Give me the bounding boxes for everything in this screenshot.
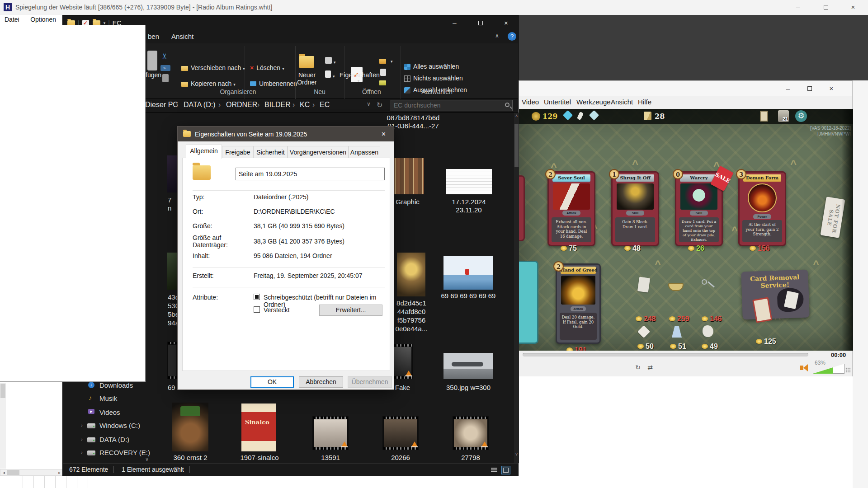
- file-label-partial[interactable]: 5be6: [168, 310, 178, 318]
- file-label-partial[interactable]: 43de: [168, 293, 178, 301]
- potion-round-icon[interactable]: [703, 325, 713, 337]
- sidebar-item-videos[interactable]: ▶Videos: [81, 406, 189, 418]
- shuffle-button[interactable]: ⇄: [645, 362, 656, 372]
- new-folder-button[interactable]: NeuerOrdner: [292, 71, 321, 86]
- vlc-menu-hilfe[interactable]: Hilfe: [638, 98, 651, 106]
- search-input[interactable]: [391, 100, 500, 110]
- breadcrumb-data-d[interactable]: DATA (D:): [184, 101, 216, 109]
- file-thumbnail-portrait[interactable]: [397, 253, 425, 296]
- httrack-maximize-button[interactable]: [819, 2, 833, 13]
- shop-card-sever-soul[interactable]: 2 Sever Soul Attack Exhaust all non-Atta…: [547, 171, 595, 246]
- refresh-icon[interactable]: ↻: [377, 101, 382, 109]
- file-thumbnail-video[interactable]: [382, 416, 419, 450]
- vlc-menu-untertitel[interactable]: Untertitel: [544, 98, 571, 106]
- file-label[interactable]: 0e0e44a...: [392, 325, 431, 333]
- httrack-hscroll-thumb[interactable]: [7, 470, 19, 475]
- httrack-minimize-button[interactable]: –: [791, 2, 805, 13]
- vlc-menu-werkzeuge[interactable]: Werkzeuge: [576, 98, 611, 106]
- rename-button[interactable]: Umbenennen: [250, 80, 297, 87]
- file-thumbnail-video[interactable]: [312, 416, 349, 450]
- new-folder-icon[interactable]: [299, 56, 314, 68]
- breadcrumb-bilder[interactable]: BILDER: [264, 101, 291, 109]
- properties-button[interactable]: Eigenschaften▾: [340, 71, 376, 83]
- file-label[interactable]: f5b79756: [392, 316, 431, 324]
- scroll-down-icon[interactable]: ∨: [514, 452, 519, 456]
- potion-slot-2-icon[interactable]: [577, 112, 584, 120]
- vlc-menu-video[interactable]: Video: [522, 98, 539, 106]
- file-label-partial[interactable]: n: [168, 204, 178, 212]
- file-label[interactable]: 23.11.20: [443, 206, 495, 214]
- edit-icon[interactable]: [380, 69, 386, 76]
- move-to-button[interactable]: Verschieben nach▾: [181, 64, 245, 71]
- file-label[interactable]: 44afd8e0: [392, 308, 431, 315]
- file-label[interactable]: 27798: [453, 454, 489, 461]
- file-label[interactable]: 087bd878147b6d: [379, 114, 447, 122]
- copy-path-icon[interactable]: \\..: [160, 65, 170, 71]
- scroll-right-icon[interactable]: ▸: [56, 469, 63, 476]
- shop-card-shrug-it-off[interactable]: 1 Shrug It Off Skill Gain 8 Block. Draw …: [611, 171, 659, 246]
- scrollbar-thumb[interactable]: [514, 124, 519, 167]
- vlc-maximize-button[interactable]: [799, 81, 820, 96]
- delete-button[interactable]: ×Löschen▾: [250, 64, 284, 71]
- file-thumbnail-poster[interactable]: Sinalco: [241, 404, 276, 451]
- file-label-partial[interactable]: 7: [168, 196, 178, 204]
- cut-icon[interactable]: ✂: [160, 53, 170, 59]
- file-thumbnail-partial[interactable]: [167, 155, 178, 192]
- file-label[interactable]: 17.12.2024: [443, 198, 495, 206]
- file-label[interactable]: 350.jpg w=300: [439, 384, 498, 391]
- vlc-close-button[interactable]: ×: [821, 81, 842, 96]
- file-thumbnail-partial[interactable]: [167, 253, 178, 290]
- new-item-icon[interactable]: ▾: [325, 57, 336, 65]
- map-icon[interactable]: [644, 112, 651, 120]
- address-dropdown-icon[interactable]: ∨: [367, 101, 371, 107]
- open-icon[interactable]: ▾: [379, 57, 393, 64]
- file-label[interactable]: 8d2d45c1: [392, 299, 431, 307]
- file-thumbnail-video[interactable]: [453, 416, 489, 450]
- thumbnail-view-button[interactable]: [501, 466, 510, 474]
- shop-card-demon-form[interactable]: 3 Demon Form Power At the start of your …: [738, 171, 786, 246]
- file-label-partial[interactable]: 94ad: [168, 319, 178, 327]
- file-label[interactable]: 13591: [312, 454, 349, 461]
- file-label-partial[interactable]: 5306: [168, 302, 178, 310]
- tab-freigabe[interactable]: Freigabe: [222, 146, 254, 158]
- httrack-menu-datei[interactable]: Datei: [0, 14, 24, 24]
- dialog-close-button[interactable]: ×: [373, 127, 394, 141]
- cancel-button[interactable]: Abbrechen: [299, 376, 343, 388]
- sidebar-item-windows-c[interactable]: ›Windows (C:): [81, 419, 189, 431]
- file-thumbnail-airplane[interactable]: [443, 353, 493, 379]
- tab-allgemein[interactable]: Allgemein: [186, 145, 222, 159]
- hidden-checkbox[interactable]: [254, 306, 260, 313]
- ok-button[interactable]: OK: [250, 376, 294, 388]
- vlc-menu-ansicht[interactable]: Ansicht: [611, 98, 633, 106]
- sidebar-item-data-d[interactable]: ›DATA (D:): [81, 433, 189, 445]
- loop-button[interactable]: ↻: [632, 362, 643, 372]
- scroll-left-icon[interactable]: ◂: [0, 469, 7, 476]
- paste-label-partial[interactable]: fügen: [146, 71, 161, 79]
- explorer-maximize-button[interactable]: [467, 15, 493, 31]
- vlc-minimize-button[interactable]: –: [778, 81, 798, 96]
- explorer-minimize-button[interactable]: –: [442, 15, 467, 31]
- help-icon[interactable]: ?: [508, 32, 516, 41]
- settings-gear-icon[interactable]: ⚙: [795, 110, 807, 122]
- file-thumbnail-ski[interactable]: [443, 256, 493, 290]
- tab-anpassen[interactable]: Anpassen: [349, 146, 380, 158]
- advanced-button[interactable]: Erweitert...: [319, 305, 382, 316]
- file-thumbnail-graphic[interactable]: [391, 158, 424, 194]
- shop-card-warcry[interactable]: 0 Warcry Skill Draw 1 card. Put a card f…: [675, 171, 723, 246]
- card-removal-sign[interactable]: Card Removal Service!: [741, 269, 810, 319]
- file-thumbnail-spreadsheet[interactable]: [446, 169, 492, 194]
- scroll-up-icon[interactable]: ∧: [514, 113, 519, 118]
- explorer-close-button[interactable]: ×: [493, 15, 519, 31]
- copy-icon[interactable]: [162, 74, 169, 82]
- expand-chevron-icon[interactable]: ∨: [145, 456, 149, 462]
- file-thumbnail-partial[interactable]: [167, 342, 178, 379]
- details-view-button[interactable]: [490, 466, 499, 474]
- sidebar-item-recovery-e[interactable]: ›RECOVERY (E:) ∨: [81, 446, 189, 458]
- file-label[interactable]: 20266: [382, 454, 419, 461]
- relic-membership-card-icon[interactable]: [637, 277, 650, 292]
- breadcrumb-ordner[interactable]: ORDNER: [226, 101, 257, 109]
- folder-name-field[interactable]: [236, 168, 385, 180]
- tab-vorgaengerversionen[interactable]: Vorgängerversionen: [288, 146, 349, 158]
- ribbon-collapse-icon[interactable]: ∧: [495, 33, 499, 39]
- file-label[interactable]: 1907-sinalco: [237, 454, 282, 461]
